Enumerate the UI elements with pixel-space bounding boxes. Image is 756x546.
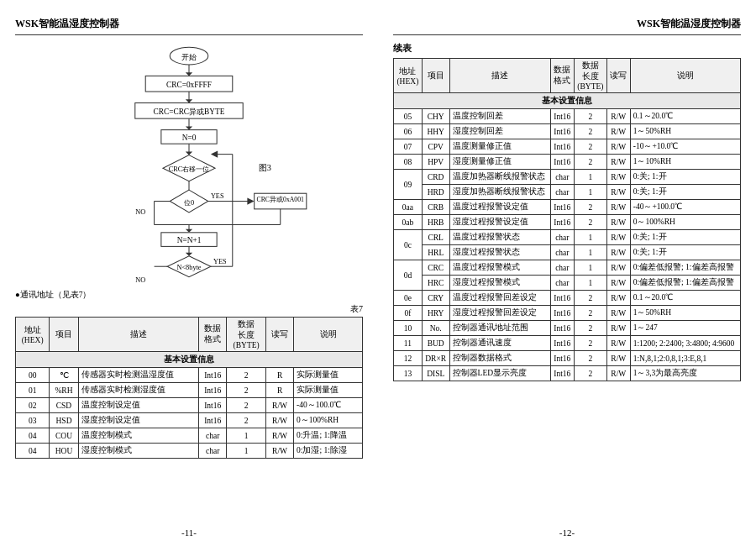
cell-desc: 湿度控制模式 — [78, 444, 198, 459]
cell-rw: R/W — [606, 260, 630, 276]
cell-note: 0.1～20.0℃ — [630, 109, 740, 124]
cell-addr: 09 — [394, 170, 423, 200]
cell-len: 2 — [227, 413, 266, 428]
cell-desc: 湿度加热器断线报警状态 — [449, 185, 550, 200]
table-row: 0aa CRB 温度过程报警设定值 Int16 2 R/W -40～+100.0… — [394, 200, 741, 215]
cell-note: 1～50%RH — [630, 124, 740, 139]
table-header-row: 地址(HEX) 项目 描述 数据格式 数据长度(BYTE) 读写 说明 — [16, 318, 363, 352]
r-col-desc: 描述 — [449, 59, 550, 93]
table-row: HRL 湿度过程报警状态 char 1 R/W 0:关; 1:开 — [394, 245, 741, 260]
cell-rw: R/W — [266, 413, 294, 428]
table-row: 0ab HRB 湿度过程报警设定值 Int16 2 R/W 0～100%RH — [394, 215, 741, 230]
cell-item: HRY — [422, 306, 449, 321]
cell-rw: R/W — [606, 155, 630, 170]
cell-note: 0:关; 1:开 — [630, 245, 740, 260]
cell-addr: 02 — [16, 398, 50, 413]
svg-text:CRC=CRC异或BYTE: CRC=CRC异或BYTE — [154, 108, 225, 116]
cell-len: 2 — [574, 200, 606, 215]
cell-rw: R/W — [606, 185, 630, 200]
cell-item: COU — [50, 428, 78, 444]
cell-rw: R/W — [606, 109, 630, 124]
bullet-note: ●通讯地址（见表7） — [15, 290, 363, 301]
svg-text:NO: NO — [135, 208, 145, 216]
cell-len: 2 — [574, 124, 606, 139]
r-col-addr: 地址(HEX) — [394, 59, 423, 93]
cell-fmt: Int16 — [550, 155, 574, 170]
cell-fmt: char — [550, 185, 574, 200]
cell-rw: R/W — [606, 366, 630, 381]
cell-len: 2 — [574, 155, 606, 170]
cell-note: -10～+10.0℃ — [630, 139, 740, 155]
cell-note: 0:偏差低报警; 1:偏差高报警 — [630, 260, 740, 276]
table-row: HRC 湿度过程报警模式 char 1 R/W 0:偏差低报警; 1:偏差高报警 — [394, 276, 741, 291]
cell-desc: 湿度控制回差 — [449, 124, 550, 139]
r-col-item: 项目 — [422, 59, 449, 93]
svg-text:YES: YES — [213, 258, 227, 265]
cell-rw: R/W — [606, 306, 630, 321]
col-item: 项目 — [50, 318, 78, 352]
cell-note: 0～100%RH — [294, 413, 363, 428]
cell-desc: 控制器数据格式 — [449, 351, 550, 366]
cell-len: 2 — [574, 139, 606, 155]
cell-desc: 控制器通讯速度 — [449, 336, 550, 351]
cell-len: 2 — [227, 368, 266, 383]
cell-len: 1 — [574, 245, 606, 260]
cell-addr: 12 — [394, 351, 423, 366]
cell-len: 1 — [574, 170, 606, 185]
section-header: 基本设置信息 — [16, 352, 363, 368]
cell-addr: 04 — [16, 444, 50, 459]
cell-item: HHY — [422, 124, 449, 139]
cell-rw: R/W — [606, 336, 630, 351]
table-row: 03 HSD 湿度控制设定值 Int16 2 R/W 0～100%RH — [16, 413, 363, 428]
col-fmt: 数据格式 — [199, 318, 227, 352]
cell-len: 2 — [574, 306, 606, 321]
cell-note: 1～3,3为最高亮度 — [630, 366, 740, 381]
left-table-body: 00 ℃ 传感器实时检测温湿度值 Int16 2 R 实际测量值 01 %RH … — [16, 368, 363, 459]
table-row: 09 CRD 温度加热器断线报警状态 char 1 R/W 0:关; 1:开 — [394, 170, 741, 185]
cell-addr: 05 — [394, 109, 423, 124]
cell-item: HOU — [50, 444, 78, 459]
cell-desc: 控制器通讯地址范围 — [449, 321, 550, 336]
table-row: 11 BUD 控制器通讯速度 Int16 2 R/W 1:1200; 2:240… — [394, 336, 741, 351]
cell-fmt: char — [199, 444, 227, 459]
cell-fmt: Int16 — [550, 336, 574, 351]
cell-desc: 温度过程报警回差设定 — [449, 291, 550, 306]
cell-item: HRB — [422, 215, 449, 230]
left-table: 地址(HEX) 项目 描述 数据格式 数据长度(BYTE) 读写 说明 基本设置… — [15, 317, 363, 459]
cell-note: 0:关; 1:开 — [630, 230, 740, 245]
cell-len: 1 — [574, 276, 606, 291]
svg-text:YES: YES — [211, 192, 224, 200]
cell-rw: R/W — [606, 124, 630, 139]
cell-len: 2 — [227, 383, 266, 398]
table-row: 00 ℃ 传感器实时检测温湿度值 Int16 2 R 实际测量值 — [16, 368, 363, 383]
cell-rw: R/W — [606, 291, 630, 306]
table-row: 12 DR×R 控制器数据格式 Int16 2 R/W 1:N,8,1;2:0,… — [394, 351, 741, 366]
cell-addr: 06 — [394, 124, 423, 139]
cell-item: CPV — [422, 139, 449, 155]
cell-addr: 0e — [394, 291, 423, 306]
cell-rw: R — [266, 383, 294, 398]
table-row: 07 CPV 温度测量修正值 Int16 2 R/W -10～+10.0℃ — [394, 139, 741, 155]
cell-note: 实际测量值 — [294, 383, 363, 398]
cell-len: 2 — [227, 398, 266, 413]
col-addr: 地址(HEX) — [16, 318, 50, 352]
cell-note: -40～100.0℃ — [294, 398, 363, 413]
cell-len: 1 — [227, 428, 266, 444]
cell-item: CHY — [422, 109, 449, 124]
svg-text:CRC=0xFFFF: CRC=0xFFFF — [166, 81, 212, 89]
cell-item: %RH — [50, 383, 78, 398]
cell-len: 2 — [574, 321, 606, 336]
cell-item: CRC — [422, 260, 449, 276]
cell-rw: R — [266, 368, 294, 383]
cell-desc: 温度加热器断线报警状态 — [449, 170, 550, 185]
cell-item: CRL — [422, 230, 449, 245]
cell-item: CRB — [422, 200, 449, 215]
right-section-title: 基本设置信息 — [394, 93, 741, 109]
cell-note: 0:加湿; 1:除湿 — [294, 444, 363, 459]
table-row: 02 CSD 温度控制设定值 Int16 2 R/W -40～100.0℃ — [16, 398, 363, 413]
cell-len: 2 — [574, 291, 606, 306]
cell-desc: 温度过程报警状态 — [449, 230, 550, 245]
table-label: 表7 — [15, 303, 363, 315]
cell-desc: 湿度过程报警状态 — [449, 245, 550, 260]
cell-fmt: Int16 — [550, 215, 574, 230]
